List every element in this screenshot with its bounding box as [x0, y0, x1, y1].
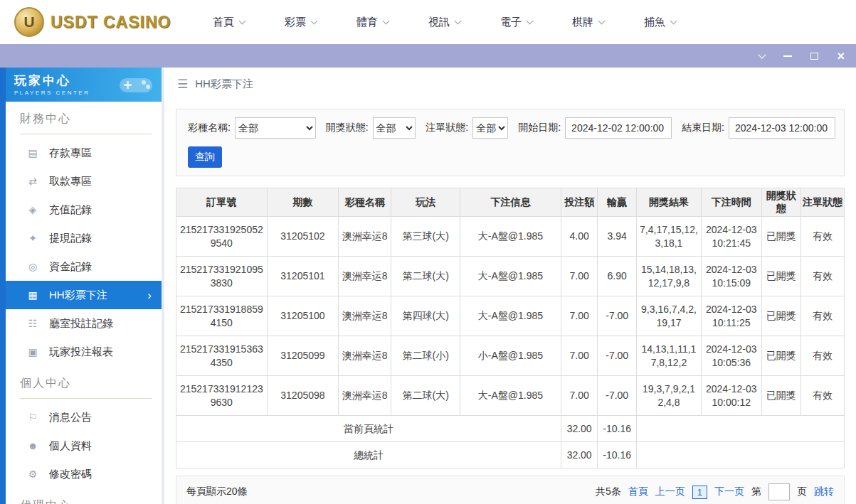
nav-label: 視訊 [428, 16, 450, 29]
nav-item-fishing[interactable]: 捕魚 [644, 16, 676, 29]
chevron-down-icon [311, 17, 318, 24]
cell-win-loss: -7.00 [598, 376, 636, 416]
gear-icon: ⚙ [27, 468, 38, 480]
window-maximize-icon[interactable] [810, 53, 818, 60]
window-collapse-icon[interactable] [759, 50, 766, 58]
sidebar-item-room-bet-record[interactable]: ☷ 廳室投註記錄 [6, 309, 162, 338]
col-header-bet-amount: 投注額 [561, 188, 598, 217]
end-date-input[interactable] [729, 117, 835, 139]
nav-item-slots[interactable]: 電子 [500, 16, 532, 29]
table-row: 2152173319121239630 31205098 澳洲幸运8 第二球(大… [176, 376, 845, 416]
lottery-name-label: 彩種名稱: [188, 122, 231, 134]
page-label-pre: 第 [751, 486, 761, 498]
sidebar: 玩家中心 PLAYERS CENTER 財務中心 ▤ 存款專區 ⇄ 取款 [6, 68, 162, 504]
nav-item-live-video[interactable]: 視訊 [428, 16, 460, 29]
player-bet-report-icon: ▣ [27, 346, 38, 358]
col-header-lottery-name: 彩種名稱 [339, 188, 391, 217]
cell-bet-amount: 7.00 [561, 296, 598, 336]
sidebar-item-deposit[interactable]: ▤ 存款專區 [6, 139, 162, 167]
sidebar-item-withdraw[interactable]: ⇄ 取款專區 [6, 167, 162, 195]
nav-label: 體育 [356, 16, 378, 29]
page-jump-input[interactable] [768, 483, 790, 500]
sidebar-item-hh-lottery-bets[interactable]: ▦ HH彩票下注 › [6, 281, 162, 309]
logo[interactable]: U USDT CASINO [14, 7, 181, 37]
screen: U USDT CASINO 首頁 彩票 體育 視訊 電子 [0, 0, 856, 504]
chevron-down-icon [383, 17, 390, 24]
col-header-order-id: 訂單號 [176, 188, 268, 217]
cell-play-type: 第二球(小) [391, 336, 460, 376]
sidebar-item-label: 個人資料 [49, 439, 92, 453]
cell-win-loss: 3.94 [598, 217, 636, 257]
window-minimize-icon[interactable] [783, 55, 792, 57]
table-header-row: 訂單號 期數 彩種名稱 玩法 下注信息 投注額 輸贏 開獎結果 下注時間 開獎狀… [176, 188, 845, 217]
nav-label: 捕魚 [644, 16, 665, 29]
nav-label: 棋牌 [572, 16, 593, 29]
grand-summary-winloss-total: -10.16 [598, 442, 636, 468]
window-titlebar: × [0, 44, 856, 68]
lottery-name-select[interactable]: 全部 [235, 117, 316, 139]
cell-play-type: 第四球(大) [391, 296, 460, 336]
cell-order-status: 有效 [800, 376, 844, 416]
cell-order-id: 2152173319250529540 [176, 217, 268, 257]
sidebar-item-announcements[interactable]: ⚐ 消息公告 [6, 403, 162, 431]
cell-period: 31205102 [267, 217, 338, 257]
page-title: HH彩票下注 [195, 77, 253, 91]
order-status-select[interactable]: 全部 [472, 117, 508, 139]
col-header-bet-info: 下注信息 [460, 188, 561, 217]
grand-summary-bet-total: 32.00 [561, 442, 598, 468]
sidebar-item-player-bet-report[interactable]: ▣ 玩家投注報表 [6, 338, 162, 366]
cell-order-id: 2152173319210953830 [176, 257, 268, 296]
bell-icon: ⚐ [27, 412, 38, 423]
nav-item-board-games[interactable]: 棋牌 [572, 16, 604, 29]
cell-bet-amount: 7.00 [561, 376, 598, 416]
app-area: 玩家中心 PLAYERS CENTER 財務中心 ▤ 存款專區 ⇄ 取款 [0, 68, 856, 504]
jump-link[interactable]: 跳转 [814, 486, 834, 498]
window-controls: × [759, 50, 845, 63]
cell-bet-amount: 7.00 [561, 336, 598, 376]
cell-period: 31205101 [267, 257, 338, 296]
funds-record-icon: ◎ [27, 261, 38, 272]
sidebar-item-label: 玩家投注報表 [49, 345, 113, 359]
cell-win-loss: 6.90 [598, 257, 636, 296]
cell-lottery-name: 澳洲幸运8 [339, 217, 391, 257]
sidebar-item-label: 存款專區 [49, 146, 92, 160]
sidebar-item-withdrawal-record[interactable]: ✦ 提現記錄 [6, 224, 162, 252]
next-page-link[interactable]: 下一页 [714, 486, 744, 498]
cell-order-status: 有效 [800, 296, 844, 336]
page-summary-winloss-total: -10.16 [598, 416, 636, 442]
cell-bet-info: 大-A盤@1.985 [460, 376, 561, 416]
nav-label: 首頁 [213, 16, 234, 29]
col-header-win-loss: 輸贏 [598, 188, 636, 217]
section-agent-center: 代理中心 [6, 488, 162, 504]
sidebar-item-change-password[interactable]: ⚙ 修改密碼 [6, 460, 162, 488]
draw-status-select[interactable]: 全部 [373, 117, 416, 139]
sidebar-item-recharge-record[interactable]: ◈ 充值記錄 [6, 195, 162, 224]
cell-period: 31205099 [267, 336, 338, 376]
menu-icon[interactable]: ☰ [177, 77, 188, 92]
prev-page-link[interactable]: 上一页 [655, 486, 685, 498]
nav-label: 彩票 [285, 16, 306, 29]
pagination-bar: 每頁顯示20條 共5条 首頁 上一页 1 下一页 第 页 跳转 [176, 476, 845, 504]
grand-summary-label: 總統計 [176, 442, 561, 468]
nav-item-sports[interactable]: 體育 [356, 16, 389, 29]
window-close-icon[interactable]: × [837, 50, 845, 63]
nav-item-home[interactable]: 首頁 [213, 16, 245, 29]
cell-bet-time: 2024-12-03 10:21:45 [702, 217, 762, 257]
current-page-indicator[interactable]: 1 [692, 486, 707, 499]
search-button[interactable]: 查詢 [188, 146, 222, 168]
page-label-post: 页 [797, 486, 807, 498]
main-content: ☰ HH彩票下注 彩種名稱: 全部 開獎狀態: 全部 注單狀態: 全部 [164, 68, 856, 504]
start-date-input[interactable] [565, 117, 672, 139]
first-page-link[interactable]: 首頁 [628, 486, 648, 498]
withdraw-icon: ⇄ [27, 176, 38, 187]
lottery-bets-icon: ▦ [27, 289, 38, 301]
sidebar-item-funds-record[interactable]: ◎ 資金記錄 [6, 252, 162, 281]
cell-order-id: 2152173319188594150 [176, 296, 268, 336]
table-row: 2152173319188594150 31205100 澳洲幸运8 第四球(大… [176, 296, 845, 336]
sidebar-item-profile[interactable]: ☻ 個人資料 [6, 431, 162, 460]
chevron-down-icon [670, 17, 677, 24]
sidebar-item-label: 廳室投註記錄 [49, 317, 113, 331]
filter-panel: 彩種名稱: 全部 開獎狀態: 全部 注單狀態: 全部 開始日期: 結束日期: [176, 109, 845, 176]
nav-item-lottery[interactable]: 彩票 [285, 16, 317, 29]
filter-row: 彩種名稱: 全部 開獎狀態: 全部 注單狀態: 全部 開始日期: 結束日期: [185, 117, 835, 139]
